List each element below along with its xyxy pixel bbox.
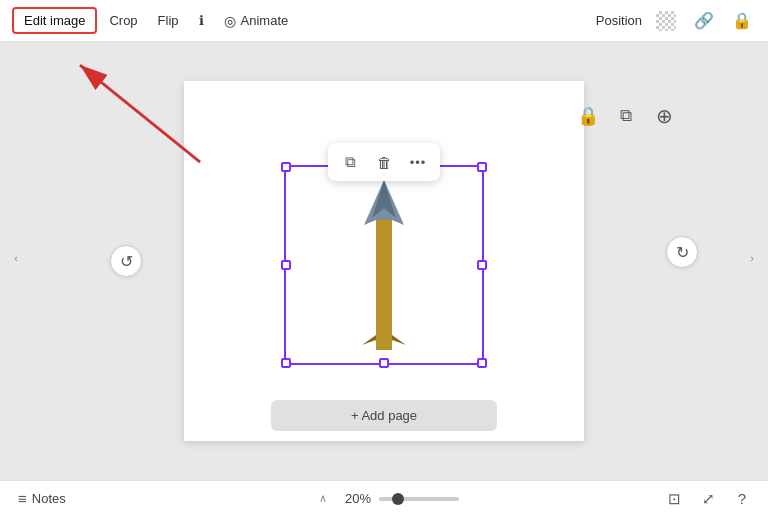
bottom-left: ≡ Notes: [12, 485, 301, 513]
add-canvas-icon: ⊕: [656, 104, 673, 128]
rotate-right-button[interactable]: ↻: [666, 236, 698, 268]
handle-bottom-left[interactable]: [281, 358, 291, 368]
handle-bottom-right[interactable]: [477, 358, 487, 368]
zoom-slider[interactable]: [379, 497, 459, 501]
grid-icon: ⊡: [668, 490, 681, 508]
lock-canvas-icon: 🔒: [577, 105, 599, 127]
expand-icon: ⤢: [702, 490, 715, 508]
grid-button[interactable]: ⊡: [660, 485, 688, 513]
scroll-left-area: ‹: [2, 244, 30, 272]
rotate-left-icon: ↺: [120, 252, 133, 271]
animate-label: Animate: [241, 13, 289, 28]
arrow-svg: [354, 180, 414, 350]
handle-middle-left[interactable]: [281, 260, 291, 270]
svg-rect-1: [376, 220, 392, 350]
svg-line-5: [80, 65, 200, 162]
scroll-left-button[interactable]: ‹: [2, 244, 30, 272]
copy-canvas-button[interactable]: ⧉: [612, 102, 640, 130]
rotate-left-button[interactable]: ↺: [110, 245, 142, 277]
animate-icon: ◎: [224, 13, 236, 29]
checkered-icon: [656, 11, 676, 31]
handle-bottom-center[interactable]: [379, 358, 389, 368]
info-button[interactable]: ℹ: [191, 8, 212, 33]
bottom-center: ∧ 20%: [309, 485, 459, 513]
crop-button[interactable]: Crop: [101, 8, 145, 33]
link-button[interactable]: 🔗: [690, 7, 718, 35]
copy-canvas-icon: ⧉: [620, 106, 632, 126]
flip-button[interactable]: Flip: [150, 8, 187, 33]
add-canvas-button[interactable]: ⊕: [650, 102, 678, 130]
float-delete-button[interactable]: 🗑: [370, 148, 398, 176]
arrow-image: [286, 167, 482, 363]
canvas-top-right-icons: 🔒 ⧉ ⊕: [574, 102, 678, 130]
scroll-right-area: ›: [738, 244, 766, 272]
notes-label: Notes: [32, 491, 66, 506]
handle-top-right[interactable]: [477, 162, 487, 172]
lock-icon: 🔒: [732, 11, 752, 30]
handle-top-left[interactable]: [281, 162, 291, 172]
position-label: Position: [596, 13, 642, 28]
rotate-right-icon: ↻: [676, 243, 689, 262]
expand-button[interactable]: ⤢: [694, 485, 722, 513]
lock-button[interactable]: 🔒: [728, 7, 756, 35]
bottom-right: ⊡ ⤢ ?: [467, 485, 756, 513]
float-copy-icon: ⧉: [345, 153, 356, 171]
help-icon: ?: [738, 490, 746, 507]
link-icon: 🔗: [694, 11, 714, 30]
float-toolbar: ⧉ 🗑 •••: [328, 143, 440, 181]
checkered-button[interactable]: [652, 7, 680, 35]
scroll-up-icon: ∧: [319, 492, 327, 505]
help-button[interactable]: ?: [728, 485, 756, 513]
lock-canvas-button[interactable]: 🔒: [574, 102, 602, 130]
notes-button[interactable]: ≡ Notes: [12, 485, 72, 513]
animate-button[interactable]: ◎ Animate: [216, 8, 297, 34]
selected-element[interactable]: [284, 165, 484, 365]
info-icon: ℹ: [199, 13, 204, 28]
zoom-percent: 20%: [345, 491, 371, 506]
toolbar: Edit image Crop Flip ℹ ◎ Animate Positio…: [0, 0, 768, 42]
handle-middle-right[interactable]: [477, 260, 487, 270]
notes-icon: ≡: [18, 490, 27, 507]
toolbar-right: Position 🔗 🔒: [596, 7, 756, 35]
float-more-button[interactable]: •••: [404, 148, 432, 176]
toolbar-left: Edit image Crop Flip ℹ ◎ Animate: [12, 7, 592, 34]
canvas-page: ⧉ 🗑 •••: [184, 81, 584, 441]
float-copy-button[interactable]: ⧉: [336, 148, 364, 176]
bottom-bar: ≡ Notes ∧ 20% ⊡ ⤢ ?: [0, 480, 768, 516]
main-area: 🔒 ⧉ ⊕ ⧉ 🗑 •••: [0, 42, 768, 480]
add-page-button[interactable]: + Add page: [271, 400, 497, 431]
scroll-up-button[interactable]: ∧: [309, 485, 337, 513]
float-delete-icon: 🗑: [377, 154, 392, 171]
float-more-icon: •••: [410, 155, 427, 170]
canvas-area[interactable]: 🔒 ⧉ ⊕ ⧉ 🗑 •••: [0, 42, 768, 480]
edit-image-button[interactable]: Edit image: [12, 7, 97, 34]
scroll-right-button[interactable]: ›: [738, 244, 766, 272]
